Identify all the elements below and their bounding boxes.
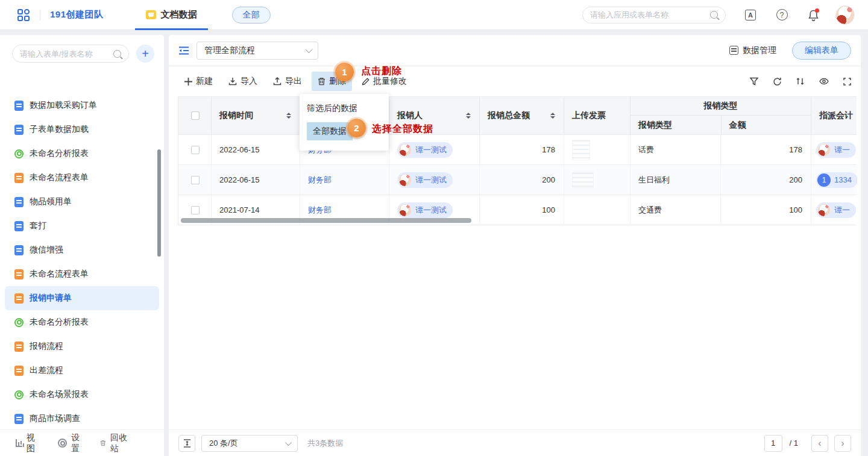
scope-filter-pill[interactable]: 全部 [232, 7, 271, 23]
col-invoice[interactable]: 上传发票 [564, 97, 631, 134]
form-icon [14, 125, 24, 135]
row-checkbox[interactable] [191, 206, 200, 214]
help-icon[interactable]: ? [775, 8, 788, 22]
collapse-sidebar-icon[interactable] [178, 46, 189, 55]
edit-form-button[interactable]: 编辑表单 [792, 42, 851, 60]
col-type-sub[interactable]: 报销类型 [631, 116, 721, 134]
total-records-label: 共3条数据 [307, 438, 343, 449]
member-pill[interactable]: 谭一测试 [397, 172, 453, 188]
col-date[interactable]: 报销时间 [212, 97, 300, 134]
sidebar-scrollbar[interactable] [157, 149, 161, 257]
sidebar-item[interactable]: 数据加载采购订单 [5, 100, 159, 117]
sort-icon[interactable] [550, 110, 555, 121]
table-row[interactable]: 2022-06-15 财务部 谭一测试 200 生日福利 200 11334 [178, 165, 857, 195]
sidebar-item[interactable]: 未命名流程表单 [5, 262, 159, 286]
form-icon [14, 101, 24, 111]
import-button[interactable]: 导入 [222, 72, 263, 91]
sort-icon[interactable] [466, 110, 471, 121]
refresh-icon[interactable] [773, 77, 782, 86]
sidebar-item[interactable]: 子表单数据加载 [5, 117, 159, 142]
form-list: 数据加载采购订单 子表单数据加载 未命名分析报表 未命名流程表单 物品领用单 套… [0, 100, 164, 429]
flow-filter-select[interactable]: 管理全部流程 [197, 42, 318, 60]
sort-icon[interactable] [286, 110, 291, 121]
annotation-step-1-badge: 1 [335, 63, 354, 81]
sort-icon[interactable] [796, 77, 805, 86]
filter-icon[interactable] [750, 77, 758, 86]
member-pill[interactable]: 谭一 [816, 202, 856, 218]
sidebar-item[interactable]: 未命名场景报表 [5, 383, 159, 407]
visibility-eye-icon[interactable] [819, 78, 829, 85]
invoice-thumbnail[interactable] [572, 140, 590, 160]
member-pill[interactable]: 谭一 [816, 142, 856, 158]
cell-invoice [564, 195, 631, 225]
data-manage-icon [729, 46, 738, 55]
apps-grid-icon[interactable] [17, 8, 30, 22]
sidebar-item[interactable]: 微信增强 [5, 238, 159, 262]
sidebar-item[interactable]: 未命名分析报表 [5, 310, 159, 334]
next-page-button[interactable]: › [834, 435, 851, 452]
row-checkbox[interactable] [191, 176, 200, 184]
fullscreen-icon[interactable] [843, 78, 851, 86]
sidebar-item[interactable]: 套打 [5, 214, 159, 238]
col-type-group-label[interactable]: 报销类型 [631, 97, 811, 116]
global-search-input[interactable] [590, 10, 710, 19]
member-pill[interactable]: 谭一测试 [397, 142, 453, 158]
sidebar-search-input[interactable] [20, 49, 113, 58]
sidebar-item[interactable]: 未命名分析报表 [5, 142, 159, 166]
contacts-icon[interactable]: A [744, 8, 757, 22]
form-icon [14, 414, 24, 424]
member-pill[interactable]: 谭一测试 [397, 202, 453, 218]
select-all-cell [178, 97, 212, 134]
menu-item-filtered-data[interactable]: 筛选后的数据 [300, 99, 389, 118]
recycle-bin-button[interactable]: 回收站 [100, 433, 128, 454]
sidebar-item[interactable]: 商品市场调查 [5, 407, 159, 429]
current-page-input[interactable]: 1 [764, 435, 782, 452]
data-manage-button[interactable]: 数据管理 [729, 45, 776, 56]
tab-document-data[interactable]: 文档数据 [142, 0, 201, 30]
new-record-button[interactable]: 新建 [178, 72, 219, 91]
notification-dot [815, 8, 819, 13]
horizontal-scrollbar[interactable] [181, 218, 471, 223]
dept-link[interactable]: 财务部 [308, 175, 332, 186]
team-name[interactable]: 191创建团队 [50, 9, 104, 20]
sidebar-item[interactable]: 出差流程 [5, 358, 159, 383]
col-amount-sub[interactable]: 金额 [721, 116, 811, 134]
sidebar-search[interactable] [12, 45, 129, 63]
member-avatar [398, 143, 412, 157]
form-icon [14, 245, 24, 255]
table-row[interactable]: 2022-06-15 财务部 谭一测试 178 话费 178 谭一 [178, 135, 857, 165]
import-icon [228, 77, 237, 86]
page-size-select[interactable]: 20 条/页 [201, 435, 298, 452]
dept-link[interactable]: 财务部 [308, 205, 332, 216]
sidebar-item[interactable]: 报销流程 [5, 334, 159, 358]
main-header: 管理全部流程 数据管理 编辑表单 [169, 35, 861, 66]
cell-date: 2022-06-15 [212, 135, 300, 164]
settings-button[interactable]: 设置 [58, 433, 80, 454]
chart-icon [16, 439, 22, 447]
sidebar-item-selected[interactable]: 报销申请单 [5, 286, 159, 310]
row-checkbox[interactable] [191, 146, 200, 154]
prev-page-button[interactable]: ‹ [811, 435, 828, 452]
col-total[interactable]: 报销总金额 [480, 97, 564, 134]
col-accountant[interactable]: 指派会计 [811, 97, 857, 134]
member-pill[interactable]: 11334 [816, 172, 857, 188]
sidebar-item[interactable]: 未命名流程表单 [5, 166, 159, 190]
add-form-button[interactable]: + [136, 45, 154, 63]
cell-accountant: 谭一 [811, 135, 857, 164]
notification-bell-icon[interactable] [807, 8, 820, 22]
annotation-step-1-text: 点击删除 [361, 65, 402, 78]
cell-accountant: 11334 [811, 165, 857, 195]
views-button[interactable]: 视图 [16, 433, 37, 454]
active-tab-underline [135, 28, 208, 30]
export-button[interactable]: 导出 [267, 72, 308, 91]
top-navbar: 191创建团队 文档数据 全部 A ? [0, 0, 868, 30]
pagination-bar: 20 条/页 共3条数据 1 / 1 ‹ › [169, 429, 861, 456]
global-search[interactable] [582, 7, 726, 23]
member-avatar [398, 204, 412, 217]
trash-icon [100, 439, 106, 448]
sidebar-item[interactable]: 物品领用单 [5, 190, 159, 214]
user-avatar[interactable] [835, 5, 855, 25]
select-all-checkbox[interactable] [191, 111, 200, 120]
row-height-button[interactable] [178, 435, 195, 452]
invoice-thumbnail[interactable] [572, 172, 594, 188]
